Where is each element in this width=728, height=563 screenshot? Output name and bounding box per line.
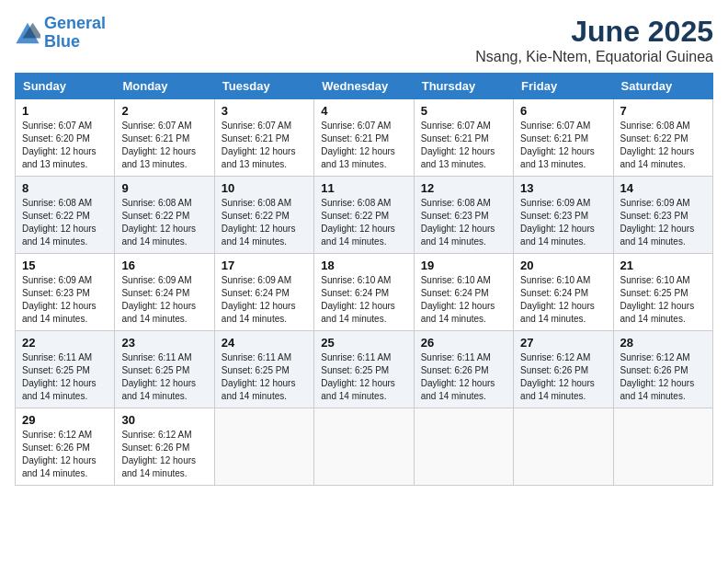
column-header-friday: Friday — [514, 74, 613, 99]
day-number: 25 — [321, 336, 406, 350]
calendar-cell — [314, 408, 414, 486]
day-info: Sunrise: 6:11 AMSunset: 6:25 PMDaylight:… — [121, 351, 207, 403]
calendar-cell: 19Sunrise: 6:10 AMSunset: 6:24 PMDayligh… — [414, 254, 513, 331]
calendar-table: SundayMondayTuesdayWednesdayThursdayFrid… — [15, 73, 713, 486]
calendar-cell: 17Sunrise: 6:09 AMSunset: 6:24 PMDayligh… — [214, 254, 313, 331]
day-number: 8 — [22, 181, 108, 195]
day-info: Sunrise: 6:12 AMSunset: 6:26 PMDaylight:… — [121, 429, 207, 480]
calendar-cell: 25Sunrise: 6:11 AMSunset: 6:25 PMDayligh… — [314, 331, 414, 408]
day-number: 13 — [520, 181, 606, 195]
calendar-cell — [514, 408, 613, 486]
page-title: June 2025 — [475, 15, 713, 49]
day-info: Sunrise: 6:12 AMSunset: 6:26 PMDaylight:… — [520, 351, 606, 403]
day-number: 29 — [22, 413, 108, 427]
calendar-cell: 6Sunrise: 6:07 AMSunset: 6:21 PMDaylight… — [514, 99, 613, 177]
day-info: Sunrise: 6:10 AMSunset: 6:24 PMDaylight:… — [421, 274, 506, 326]
calendar-week-2: 8Sunrise: 6:08 AMSunset: 6:22 PMDaylight… — [16, 177, 713, 254]
calendar-cell: 28Sunrise: 6:12 AMSunset: 6:26 PMDayligh… — [613, 331, 712, 408]
day-number: 30 — [121, 413, 207, 427]
day-info: Sunrise: 6:08 AMSunset: 6:22 PMDaylight:… — [222, 197, 307, 248]
day-number: 9 — [121, 181, 207, 195]
calendar-cell: 14Sunrise: 6:09 AMSunset: 6:23 PMDayligh… — [613, 177, 712, 254]
column-header-thursday: Thursday — [414, 74, 513, 99]
day-number: 2 — [121, 104, 207, 118]
day-info: Sunrise: 6:08 AMSunset: 6:22 PMDaylight:… — [321, 197, 406, 248]
day-info: Sunrise: 6:07 AMSunset: 6:21 PMDaylight:… — [222, 120, 307, 171]
day-number: 3 — [222, 104, 307, 118]
day-number: 16 — [121, 259, 207, 272]
day-info: Sunrise: 6:09 AMSunset: 6:23 PMDaylight:… — [620, 197, 706, 248]
calendar-cell: 23Sunrise: 6:11 AMSunset: 6:25 PMDayligh… — [115, 331, 214, 408]
day-number: 27 — [520, 336, 606, 350]
day-number: 28 — [620, 336, 706, 350]
day-info: Sunrise: 6:11 AMSunset: 6:25 PMDaylight:… — [22, 351, 108, 403]
calendar-cell: 9Sunrise: 6:08 AMSunset: 6:22 PMDaylight… — [115, 177, 214, 254]
page-subtitle: Nsang, Kie-Ntem, Equatorial Guinea — [475, 49, 713, 65]
title-area: June 2025 Nsang, Kie-Ntem, Equatorial Gu… — [475, 15, 713, 65]
day-info: Sunrise: 6:07 AMSunset: 6:21 PMDaylight:… — [121, 120, 207, 171]
day-number: 26 — [421, 336, 506, 350]
day-info: Sunrise: 6:10 AMSunset: 6:25 PMDaylight:… — [620, 274, 706, 326]
logo-icon — [15, 20, 40, 46]
calendar-cell: 21Sunrise: 6:10 AMSunset: 6:25 PMDayligh… — [613, 254, 712, 331]
day-info: Sunrise: 6:07 AMSunset: 6:21 PMDaylight:… — [520, 120, 606, 171]
calendar-cell: 11Sunrise: 6:08 AMSunset: 6:22 PMDayligh… — [314, 177, 414, 254]
calendar-cell: 22Sunrise: 6:11 AMSunset: 6:25 PMDayligh… — [16, 331, 115, 408]
day-number: 21 — [620, 259, 706, 272]
day-number: 17 — [222, 259, 307, 272]
calendar-cell — [414, 408, 513, 486]
day-number: 10 — [222, 181, 307, 195]
day-number: 19 — [421, 259, 506, 272]
calendar-cell: 15Sunrise: 6:09 AMSunset: 6:23 PMDayligh… — [16, 254, 115, 331]
logo-text: General Blue — [44, 15, 106, 52]
day-number: 14 — [620, 181, 706, 195]
day-number: 15 — [22, 259, 108, 272]
calendar-week-4: 22Sunrise: 6:11 AMSunset: 6:25 PMDayligh… — [16, 331, 713, 408]
day-number: 11 — [321, 181, 406, 195]
day-number: 22 — [22, 336, 108, 350]
calendar-cell: 24Sunrise: 6:11 AMSunset: 6:25 PMDayligh… — [214, 331, 313, 408]
day-number: 5 — [421, 104, 506, 118]
day-info: Sunrise: 6:09 AMSunset: 6:24 PMDaylight:… — [222, 274, 307, 326]
calendar-cell: 13Sunrise: 6:09 AMSunset: 6:23 PMDayligh… — [514, 177, 613, 254]
calendar-cell: 10Sunrise: 6:08 AMSunset: 6:22 PMDayligh… — [214, 177, 313, 254]
calendar-cell: 5Sunrise: 6:07 AMSunset: 6:21 PMDaylight… — [414, 99, 513, 177]
day-number: 24 — [222, 336, 307, 350]
calendar-cell — [214, 408, 313, 486]
calendar-cell: 20Sunrise: 6:10 AMSunset: 6:24 PMDayligh… — [514, 254, 613, 331]
calendar-cell: 18Sunrise: 6:10 AMSunset: 6:24 PMDayligh… — [314, 254, 414, 331]
logo-line2: Blue — [44, 32, 80, 51]
calendar-cell: 1Sunrise: 6:07 AMSunset: 6:20 PMDaylight… — [16, 99, 115, 177]
day-number: 12 — [421, 181, 506, 195]
day-number: 7 — [620, 104, 706, 118]
calendar-cell: 2Sunrise: 6:07 AMSunset: 6:21 PMDaylight… — [115, 99, 214, 177]
day-info: Sunrise: 6:12 AMSunset: 6:26 PMDaylight:… — [620, 351, 706, 403]
day-info: Sunrise: 6:10 AMSunset: 6:24 PMDaylight:… — [520, 274, 606, 326]
day-info: Sunrise: 6:12 AMSunset: 6:26 PMDaylight:… — [22, 429, 108, 480]
column-header-wednesday: Wednesday — [314, 74, 414, 99]
header: General Blue June 2025 Nsang, Kie-Ntem, … — [15, 15, 713, 65]
calendar-week-3: 15Sunrise: 6:09 AMSunset: 6:23 PMDayligh… — [16, 254, 713, 331]
day-number: 20 — [520, 259, 606, 272]
day-info: Sunrise: 6:07 AMSunset: 6:20 PMDaylight:… — [22, 120, 108, 171]
column-header-sunday: Sunday — [16, 74, 115, 99]
day-info: Sunrise: 6:08 AMSunset: 6:22 PMDaylight:… — [620, 120, 706, 171]
calendar-week-1: 1Sunrise: 6:07 AMSunset: 6:20 PMDaylight… — [16, 99, 713, 177]
day-number: 18 — [321, 259, 406, 272]
day-info: Sunrise: 6:10 AMSunset: 6:24 PMDaylight:… — [321, 274, 406, 326]
day-info: Sunrise: 6:09 AMSunset: 6:23 PMDaylight:… — [22, 274, 108, 326]
calendar-cell: 26Sunrise: 6:11 AMSunset: 6:26 PMDayligh… — [414, 331, 513, 408]
logo: General Blue — [15, 15, 106, 52]
calendar-cell: 16Sunrise: 6:09 AMSunset: 6:24 PMDayligh… — [115, 254, 214, 331]
day-info: Sunrise: 6:08 AMSunset: 6:22 PMDaylight:… — [121, 197, 207, 248]
calendar-cell: 12Sunrise: 6:08 AMSunset: 6:23 PMDayligh… — [414, 177, 513, 254]
calendar-header: SundayMondayTuesdayWednesdayThursdayFrid… — [16, 74, 713, 99]
day-number: 23 — [121, 336, 207, 350]
column-header-saturday: Saturday — [613, 74, 712, 99]
calendar-cell: 4Sunrise: 6:07 AMSunset: 6:21 PMDaylight… — [314, 99, 414, 177]
calendar-cell — [613, 408, 712, 486]
day-info: Sunrise: 6:09 AMSunset: 6:24 PMDaylight:… — [121, 274, 207, 326]
day-info: Sunrise: 6:11 AMSunset: 6:25 PMDaylight:… — [321, 351, 406, 403]
day-info: Sunrise: 6:07 AMSunset: 6:21 PMDaylight:… — [421, 120, 506, 171]
calendar-cell: 30Sunrise: 6:12 AMSunset: 6:26 PMDayligh… — [115, 408, 214, 486]
